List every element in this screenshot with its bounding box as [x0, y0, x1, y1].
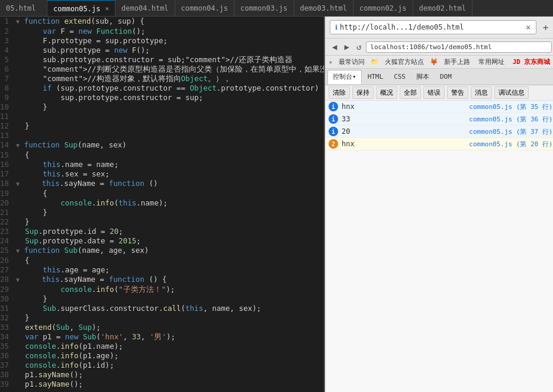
code-line: 14▼ function Sup(name, sex) — [0, 140, 324, 150]
line-number: 12 — [0, 121, 14, 131]
line-number: 38 — [0, 370, 14, 380]
line-number: 9 — [0, 93, 14, 102]
devtools-btn-调试信息[interactable]: 调试信息 — [494, 86, 529, 99]
line-number: 22 — [0, 217, 14, 227]
tab-demo04-html[interactable]: demo04.html — [115, 0, 175, 17]
devtools-btn-警告[interactable]: 警告 — [447, 86, 468, 99]
tab-05-html[interactable]: 05.html — [0, 0, 47, 17]
line-number: 34 — [0, 332, 14, 342]
tab-common05-js[interactable]: common05.js× — [47, 0, 115, 17]
console-message: 33 — [342, 115, 464, 123]
devtools-tab-DOM[interactable]: DOM — [435, 70, 456, 84]
console-source[interactable]: common05.js (第 37 行) — [469, 127, 552, 136]
line-number: 23 — [0, 227, 14, 236]
line-content: p1.sayName(); — [14, 370, 324, 380]
console-source[interactable]: common05.js (第 20 行) — [469, 140, 552, 149]
fold-icon[interactable]: ▼ — [16, 142, 20, 149]
fold-icon[interactable]: ▼ — [16, 18, 20, 25]
bookmark-item-4[interactable]: 常用网址 — [476, 57, 507, 67]
line-content: this.age = age; — [14, 265, 324, 275]
fold-icon[interactable]: ▼ — [16, 181, 20, 187]
code-line: 34 var p1 = new Sub('hnx', 33, '男'); — [0, 332, 324, 342]
devtools-btn-概况[interactable]: 概况 — [376, 86, 397, 99]
console-source[interactable]: common05.js (第 36 行) — [469, 115, 552, 124]
tab-common02-js[interactable]: common02.js — [353, 0, 413, 17]
devtools-btn-错误[interactable]: 错误 — [423, 86, 445, 99]
line-number: 1 — [0, 17, 14, 27]
devtools-tab-控制台▾[interactable]: 控制台▾ — [327, 70, 362, 84]
devtools-tab-bar: 控制台▾HTMLCSS脚本DOM — [325, 69, 553, 85]
code-line: 26 { — [0, 256, 324, 265]
line-number: 13 — [0, 131, 14, 140]
line-content: var p1 = new Sub('hnx', 33, '男'); — [14, 332, 324, 342]
tab-bar: 05.htmlcommon05.js×demo04.htmlcommon04.j… — [0, 0, 553, 17]
code-line: 20 console.info(this.name); — [0, 198, 324, 208]
code-line: 1▼ function extend(sub, sup) { — [0, 17, 324, 27]
devtools-btn-清除[interactable]: 清除 — [329, 86, 350, 99]
bookmark-bar: ★ 最常访问 📁 火狐官方站点 🦊 新手上路 常用网址 JD 京东商城 — [325, 56, 553, 69]
tab-common04-js[interactable]: common04.js — [175, 0, 234, 17]
code-line: 28▼ this.sayName = function () { — [0, 275, 324, 285]
line-number: 30 — [0, 294, 14, 304]
info-icon: i — [329, 102, 338, 111]
full-url[interactable]: localhost:1086/two1/demo05.html — [366, 41, 551, 53]
line-content: Sup.prototype.id = 20; — [14, 227, 324, 236]
close-tab-icon[interactable]: × — [526, 23, 531, 32]
code-line: 35 console.info(p1.name); — [0, 342, 324, 351]
bookmark-item-1[interactable]: 最常访问 — [336, 57, 367, 67]
fold-icon[interactable]: ▼ — [16, 277, 20, 283]
line-content: console.info("子类方法！"); — [14, 285, 324, 294]
devtools-tab-HTML[interactable]: HTML — [363, 70, 388, 84]
line-number: 2 — [0, 27, 14, 36]
code-line: 12 } — [0, 121, 324, 131]
forward-button[interactable]: ▶ — [342, 41, 351, 53]
fold-icon[interactable]: ▼ — [16, 248, 20, 254]
tab-common03-js[interactable]: common03.js — [234, 0, 294, 17]
browser-url-bar[interactable]: ℹ http://localh...1/demo05.html × — [330, 20, 536, 34]
line-number: 16 — [0, 160, 14, 169]
code-table: 1▼ function extend(sub, sup) {2 var F = … — [0, 17, 324, 389]
folder-icon: 📁 — [371, 58, 379, 66]
bookmark-icon-2: 🦊 — [430, 58, 438, 66]
code-line: 23 Sup.prototype.id = 20; — [0, 227, 324, 236]
line-number: 33 — [0, 323, 14, 332]
info-icon: ℹ — [335, 24, 337, 31]
bookmark-item-2[interactable]: 火狐官方站点 — [382, 57, 426, 67]
tab-demo03-html[interactable]: demo03.html — [294, 0, 353, 17]
line-content: Sup.prototype.date = 2015; — [14, 236, 324, 246]
console-source[interactable]: common05.js (第 35 行) — [469, 102, 552, 111]
line-number: 31 — [0, 304, 14, 313]
tab-close-button[interactable]: × — [105, 5, 109, 12]
line-number: 35 — [0, 342, 14, 351]
code-line: 10 } — [0, 102, 324, 112]
line-content: var F = new Function(); — [14, 27, 324, 36]
refresh-button[interactable]: ↺ — [354, 41, 364, 53]
line-number: 17 — [0, 169, 14, 179]
code-line: 17 this.sex = sex; — [0, 169, 324, 179]
line-number: 11 — [0, 112, 14, 121]
devtools-btn-全部[interactable]: 全部 — [400, 86, 421, 99]
devtools-tab-脚本[interactable]: 脚本 — [411, 70, 434, 84]
code-line: 31 Sub.superClass.constructor.call(this,… — [0, 304, 324, 313]
bookmark-item-5[interactable]: JD 京东商城 — [510, 57, 553, 67]
back-button[interactable]: ◀ — [330, 41, 339, 53]
line-content: } — [14, 208, 324, 217]
line-content: extend(Sub, Sup); — [14, 323, 324, 332]
console-row: i33common05.js (第 36 行) — [325, 113, 553, 126]
line-content: this.sex = sex; — [14, 169, 324, 179]
code-line: 18▼ this.sayName = function () — [0, 179, 324, 189]
line-number: 15 — [0, 150, 14, 160]
new-tab-button[interactable]: + — [540, 21, 552, 33]
line-number: 25 — [0, 246, 14, 256]
devtools-tab-CSS[interactable]: CSS — [389, 70, 410, 84]
line-content: } — [14, 217, 324, 227]
line-number: 6 — [0, 65, 14, 74]
devtools-btn-保持[interactable]: 保持 — [352, 86, 374, 99]
bookmark-item-3[interactable]: 新手上路 — [442, 57, 472, 67]
devtools-btn-消息[interactable]: 消息 — [471, 86, 492, 99]
line-content: } — [14, 313, 324, 323]
line-content: this.name = name; — [14, 160, 324, 169]
code-line: 16 this.name = name; — [0, 160, 324, 169]
line-content — [14, 112, 324, 121]
tab-demo02-html[interactable]: demo02.html — [413, 0, 472, 17]
